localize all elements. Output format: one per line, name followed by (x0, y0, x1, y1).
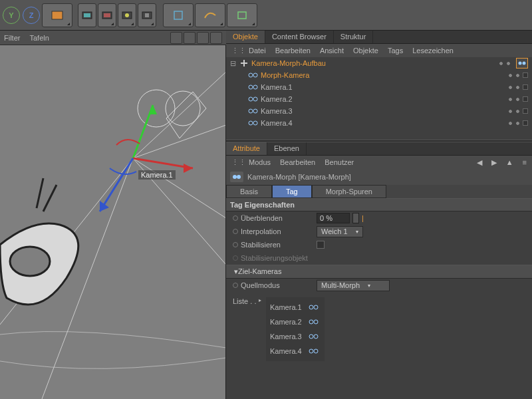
obj-menu-edit[interactable]: Bearbeiten (275, 47, 311, 55)
render-settings-button[interactable] (138, 3, 156, 27)
tab-objects[interactable]: Objekte (226, 31, 265, 43)
blend-input[interactable]: 0 % (317, 213, 350, 223)
tree-label[interactable]: Kamera.1 (261, 83, 354, 91)
prop-interpolation: Interpolation Weich 1▾ (226, 225, 532, 238)
attr-mode-tabs: Basis Tag Morph-Spuren (226, 185, 532, 198)
tree-row-camera[interactable]: Kamera.2 (226, 93, 532, 105)
expand-icon[interactable]: ⊟ (229, 59, 237, 68)
nav-up-icon[interactable]: ▲ (506, 158, 513, 166)
vis-dot[interactable] (515, 85, 520, 90)
tree-row-camera[interactable]: Kamera.4 (226, 117, 532, 129)
nav-menu-icon[interactable]: ≡ (523, 158, 527, 166)
svg-rect-9 (238, 12, 246, 19)
obj-menu-file[interactable]: Datei (249, 47, 266, 55)
vis-dot[interactable] (515, 97, 520, 102)
tab-content-browser[interactable]: Content Browser (265, 31, 334, 43)
nav-back-icon[interactable]: ◀ (477, 158, 482, 167)
svg-line-10 (133, 72, 226, 158)
vis-dot[interactable] (508, 73, 513, 78)
list-menu-icon[interactable]: ▸ (259, 297, 261, 303)
vis-dot[interactable] (508, 85, 513, 90)
svg-point-34 (249, 97, 253, 101)
active-cam-toggle[interactable] (523, 72, 528, 78)
tree-label[interactable]: Kamera-Morph-Aufbau (251, 59, 344, 67)
vis-dot[interactable] (506, 61, 511, 66)
tab-basis[interactable]: Basis (226, 185, 272, 198)
active-cam-toggle[interactable] (523, 120, 528, 126)
attr-menu-mode[interactable]: Modus (249, 158, 271, 166)
anim-dot[interactable] (233, 215, 238, 221)
display-mode-button[interactable] (42, 3, 72, 27)
svg-point-45 (314, 320, 318, 324)
attr-menu-user[interactable]: Benutzer (325, 158, 354, 166)
active-cam-toggle[interactable] (523, 84, 528, 90)
list-item[interactable]: Kamera.4 (270, 344, 321, 358)
list-item[interactable]: Kamera.1 (270, 300, 321, 315)
vp-layout-icon[interactable] (210, 32, 222, 44)
tab-morph-tracks[interactable]: Morph-Spuren (312, 185, 386, 198)
svg-rect-4 (104, 13, 110, 17)
viewport[interactable]: Kamera.1 (0, 45, 226, 399)
vp-rotate-icon[interactable] (197, 32, 209, 44)
active-cam-toggle[interactable] (523, 108, 528, 114)
attr-menu-edit[interactable]: Bearbeiten (280, 158, 315, 166)
vis-dot[interactable] (508, 97, 513, 102)
attr-menubar: ⋮⋮ Modus Bearbeiten Benutzer ◀ ▶ ▲ ≡ (226, 156, 532, 169)
vp-zoom-icon[interactable] (184, 32, 196, 44)
morph-tag-icon[interactable] (516, 58, 528, 68)
tree-label[interactable]: Kamera.2 (261, 95, 354, 103)
obj-menu-objects[interactable]: Objekte (353, 47, 378, 55)
source-mode-dropdown[interactable]: Multi-Morph▾ (317, 280, 390, 291)
vis-dot[interactable] (515, 73, 520, 78)
section-target-cameras[interactable]: ▾Ziel-Kameras (226, 265, 532, 279)
interp-dropdown[interactable]: Weich 1▾ (317, 226, 363, 237)
camera-list[interactable]: Kamera.1 Kamera.2 Kamera.3 Kamera.4 (266, 297, 325, 361)
null-icon (239, 59, 249, 68)
spinner-icon[interactable] (352, 213, 359, 223)
anim-dot[interactable] (233, 283, 238, 288)
svg-marker-21 (184, 164, 193, 173)
tree-row-morph-camera[interactable]: Morph-Kamera (226, 69, 532, 81)
tab-attributes[interactable]: Attribute (226, 142, 267, 155)
anim-dot[interactable] (233, 229, 238, 234)
tree-label[interactable]: Kamera.4 (261, 119, 354, 127)
active-cam-toggle[interactable] (523, 96, 528, 102)
list-item[interactable]: Kamera.3 (270, 329, 321, 344)
tree-row-camera[interactable]: Kamera.1 (226, 81, 532, 93)
vis-dot[interactable] (499, 61, 503, 66)
render-view-button[interactable] (78, 3, 96, 27)
svg-point-42 (309, 305, 313, 309)
axis-y-button[interactable]: Y (3, 7, 20, 24)
vis-dot[interactable] (515, 121, 520, 126)
vp-pan-icon[interactable] (170, 32, 182, 44)
list-item[interactable]: Kamera.2 (270, 315, 321, 329)
render-region-button[interactable] (98, 3, 116, 27)
nav-fwd-icon[interactable]: ▶ (491, 158, 497, 167)
svg-rect-0 (52, 11, 63, 19)
tree-row-root[interactable]: ⊟ Kamera-Morph-Aufbau (226, 57, 532, 69)
stabilize-checkbox[interactable] (317, 241, 325, 249)
obj-menu-tags[interactable]: Tags (388, 47, 403, 55)
axis-z-button[interactable]: Z (23, 7, 40, 24)
primitive-button[interactable] (163, 3, 194, 27)
filter-menu[interactable]: Filter (4, 34, 20, 42)
vis-dot[interactable] (508, 121, 513, 126)
svg-rect-2 (84, 13, 90, 17)
prop-stabilize: Stabilisieren (226, 238, 532, 251)
object-tree[interactable]: ⊟ Kamera-Morph-Aufbau Morph-Kamera (226, 57, 532, 140)
obj-menu-bookmarks[interactable]: Lesezeichen (412, 47, 454, 55)
tree-label[interactable]: Morph-Kamera (261, 71, 354, 79)
render-picture-button[interactable] (118, 3, 136, 27)
panels-menu[interactable]: Tafeln (29, 34, 49, 42)
tree-row-camera[interactable]: Kamera.3 (226, 105, 532, 117)
vis-dot[interactable] (508, 109, 513, 114)
tab-structure[interactable]: Struktur (334, 31, 374, 43)
tree-label[interactable]: Kamera.3 (261, 107, 354, 115)
generator-button[interactable] (227, 3, 257, 27)
obj-menu-view[interactable]: Ansicht (320, 47, 344, 55)
anim-dot[interactable] (233, 242, 238, 247)
tab-tag[interactable]: Tag (272, 185, 312, 198)
spline-button[interactable] (195, 3, 225, 27)
tab-layers[interactable]: Ebenen (267, 142, 307, 155)
vis-dot[interactable] (515, 109, 520, 114)
